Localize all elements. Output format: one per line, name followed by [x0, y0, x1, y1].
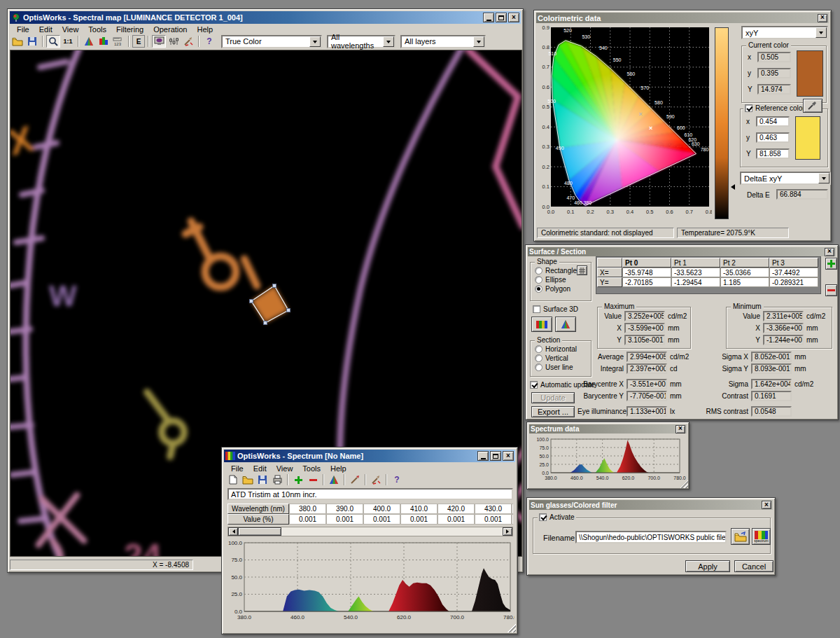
help-icon[interactable]: ? [202, 35, 216, 48]
chevron-down-icon[interactable] [473, 36, 484, 47]
table-cell[interactable]: 0.001 [363, 514, 400, 525]
table-cell[interactable]: 0.001 [438, 514, 475, 525]
eyedropper-button[interactable] [803, 99, 822, 113]
ruler-123-icon[interactable]: 123 [111, 35, 125, 48]
maximize-button[interactable] [496, 13, 507, 22]
cie-diagram-icon[interactable] [327, 473, 341, 486]
cie-view-button[interactable] [555, 317, 576, 332]
table-cell[interactable]: -33.5623 [671, 268, 720, 277]
wavelength-table[interactable]: Wavelength (nm)380.0390.0400.0410.0420.0… [227, 504, 513, 525]
minimize-button[interactable] [483, 13, 494, 22]
menu-view[interactable]: View [272, 464, 298, 473]
title-bar[interactable]: Surface / Section × [528, 247, 836, 256]
points-table[interactable]: Pt 0Pt 1Pt 2Pt 3X=-35.9748-33.5623-35.03… [596, 256, 821, 294]
menu-tools[interactable]: Tools [84, 25, 111, 34]
table-cell[interactable]: -1.29454 [671, 277, 720, 287]
close-button[interactable]: × [676, 425, 685, 434]
resize-grip[interactable] [680, 480, 688, 488]
column-header[interactable]: Pt 1 [671, 258, 720, 268]
spectrum-name-input[interactable]: ATD Tristim at 10nm incr. [227, 488, 513, 500]
cie-chromaticity-diagram[interactable]: 5205305405505605705805906006106206307805… [537, 25, 712, 222]
column-header[interactable]: Pt 2 [720, 258, 769, 268]
table-cell[interactable]: -37.4492 [769, 268, 818, 277]
title-bar[interactable]: OptisWorks - Spectrum [No Name] × [224, 450, 515, 462]
horizontal-scrollbar[interactable] [227, 527, 513, 536]
reference-Y-field[interactable]: 81.858 [756, 148, 790, 159]
activate-checkbox[interactable] [539, 513, 547, 521]
menu-view[interactable]: View [58, 25, 83, 34]
close-button[interactable]: × [503, 451, 514, 461]
chevron-down-icon[interactable] [309, 36, 321, 47]
radio-horizontal[interactable] [535, 345, 542, 353]
menu-help[interactable]: Help [192, 25, 217, 34]
minimize-button[interactable] [477, 451, 489, 461]
wavelengths-combo[interactable]: All wavelengths [327, 35, 396, 48]
table-cell[interactable]: 0.001 [400, 514, 438, 525]
table-cell[interactable]: -35.0366 [720, 268, 769, 277]
title-bar[interactable]: Colorimetric data × [536, 13, 829, 23]
measure-icon[interactable] [369, 473, 383, 486]
table-cell[interactable]: 420.0 [438, 504, 475, 514]
cie-diagram-icon[interactable] [82, 35, 96, 48]
radio-polygon[interactable] [535, 285, 542, 293]
maximize-button[interactable] [490, 451, 501, 461]
table-cell[interactable]: 410.0 [400, 504, 438, 514]
title-bar[interactable]: OptisWorks - Spectral map [LUMINANCE DET… [10, 11, 521, 24]
browse-button[interactable] [731, 528, 750, 545]
display-icon[interactable] [152, 35, 166, 48]
radio-vertical[interactable] [535, 354, 542, 362]
new-icon[interactable] [226, 473, 240, 486]
save-icon[interactable] [25, 35, 39, 48]
table-cell[interactable]: 400.0 [363, 504, 400, 514]
table-cell[interactable]: 0.001 [289, 514, 326, 525]
table-cell[interactable]: 390.0 [326, 504, 363, 514]
menu-edit[interactable]: Edit [249, 464, 271, 473]
menu-filtering[interactable]: Filtering [112, 25, 148, 34]
surface-3d-checkbox[interactable] [533, 305, 540, 313]
table-cell[interactable]: -0.289321 [769, 277, 818, 287]
scrollbar-thumb[interactable] [238, 527, 281, 536]
radio-rectangle[interactable] [535, 267, 542, 275]
table-cell[interactable]: 0.001 [475, 514, 512, 525]
chevron-down-icon[interactable] [816, 27, 827, 38]
remove-point-button[interactable] [825, 284, 837, 296]
resize-grip[interactable] [507, 624, 516, 632]
menu-file[interactable]: File [227, 464, 248, 473]
zoom-icon[interactable] [46, 35, 60, 48]
table-cell[interactable]: -35.9748 [622, 268, 671, 277]
color-space-combo[interactable]: xyY [741, 26, 828, 39]
export-button[interactable]: Export ... [531, 406, 575, 417]
close-button[interactable]: × [762, 501, 771, 509]
reference-y-field[interactable]: 0.463 [756, 132, 790, 143]
title-bar[interactable]: Sun glasses/Colored filter × [529, 500, 773, 510]
scroll-right-button[interactable] [503, 527, 512, 536]
radio-ellipse[interactable] [535, 276, 542, 284]
update-button[interactable]: Update [531, 392, 575, 403]
reference-color-checkbox[interactable] [745, 104, 752, 112]
table-cell[interactable]: 1.17 [512, 514, 513, 525]
add-point-button[interactable] [825, 258, 837, 270]
close-button[interactable]: × [508, 13, 519, 22]
levels-icon[interactable] [167, 35, 181, 48]
shape-picker-button[interactable] [577, 265, 587, 275]
close-button[interactable]: × [818, 14, 827, 22]
display-mode-combo[interactable]: True Color [221, 35, 322, 48]
pen-icon[interactable] [348, 473, 362, 486]
cancel-button[interactable]: Cancel [734, 560, 774, 572]
print-icon[interactable] [270, 473, 284, 486]
one-to-one-icon[interactable]: 1:1 [61, 35, 75, 48]
table-cell[interactable]: 430.0 [475, 504, 512, 514]
layers-combo[interactable]: All layers [400, 35, 486, 48]
help-icon[interactable]: ? [390, 473, 404, 486]
close-button[interactable]: × [825, 248, 834, 256]
remove-icon[interactable] [306, 473, 320, 486]
chevron-down-icon[interactable] [818, 173, 830, 183]
chevron-down-icon[interactable] [383, 36, 394, 47]
table-cell[interactable]: 440.0 [512, 504, 513, 514]
spectrum-view-button[interactable] [531, 317, 552, 332]
menu-edit[interactable]: Edit [35, 25, 57, 34]
measure-icon[interactable] [181, 35, 195, 48]
menu-file[interactable]: File [13, 25, 34, 34]
delta-mode-combo[interactable]: DeltaE xyY [740, 172, 831, 185]
e-tool-icon[interactable]: E [132, 35, 145, 48]
